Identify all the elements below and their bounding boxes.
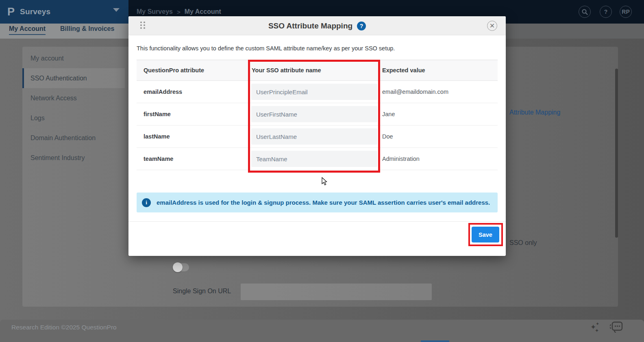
- search-icon[interactable]: [579, 6, 591, 18]
- sso-attribute-mapping-modal: SSO Attribute Mapping ? ✕ This functiona…: [128, 16, 506, 256]
- attribute-name: teamName: [137, 156, 248, 162]
- column-header-expected-value: Expected value: [380, 67, 498, 74]
- questionpro-logo: P: [7, 6, 15, 18]
- column-header-sso-attribute-name: Your SSO attribute name: [248, 67, 380, 74]
- table-row: teamName Administration: [137, 148, 498, 170]
- column-header-questionpro-attribute: QuestionPro attribute: [137, 67, 248, 74]
- expected-value: email@emaildomain.com: [380, 89, 498, 95]
- modal-description: This functionality allows you to define …: [137, 45, 395, 52]
- sso-attribute-input[interactable]: [251, 151, 377, 167]
- toggle-knob: [173, 262, 183, 272]
- sso-toggle[interactable]: [174, 263, 189, 271]
- info-banner: i emailAddress is used for the login & s…: [137, 193, 498, 212]
- modal-footer-divider: [128, 221, 506, 222]
- expected-value: Doe: [380, 133, 498, 140]
- table-header-row: QuestionPro attribute Your SSO attribute…: [137, 60, 498, 81]
- modal-help-icon[interactable]: ?: [357, 22, 366, 30]
- sidebar-item-domain-authentication[interactable]: Domain Authentication: [22, 128, 125, 148]
- tab-my-account[interactable]: My Account: [9, 25, 46, 35]
- attribute-mapping-table: QuestionPro attribute Your SSO attribute…: [137, 60, 498, 170]
- chevron-down-icon[interactable]: [113, 8, 120, 12]
- expected-value: Jane: [380, 111, 498, 117]
- bottom-widget-edge: [421, 340, 449, 342]
- attribute-name: firstName: [137, 111, 248, 117]
- info-message: emailAddress is used for the login & sig…: [157, 199, 490, 206]
- attribute-mapping-link[interactable]: Attribute Mapping: [509, 109, 560, 116]
- product-name: Surveys: [20, 7, 50, 16]
- tab-billing-invoices[interactable]: Billing & Invoices: [60, 25, 114, 32]
- sso-only-label: SSO only: [509, 239, 537, 247]
- breadcrumb-separator: >: [177, 9, 181, 15]
- sso-attribute-input[interactable]: [251, 106, 377, 122]
- sso-attribute-input[interactable]: [251, 84, 377, 100]
- avatar[interactable]: RP: [620, 6, 632, 18]
- save-button[interactable]: Save: [472, 227, 499, 242]
- sidebar-item-sentiment-industry[interactable]: Sentiment Industry: [22, 148, 125, 168]
- close-icon[interactable]: ✕: [487, 21, 497, 31]
- attribute-name: lastName: [137, 133, 248, 140]
- sidebar-item-logs[interactable]: Logs: [22, 108, 125, 128]
- sidebar-item-network-access[interactable]: Network Access: [22, 88, 125, 108]
- table-row: lastName Doe: [137, 126, 498, 148]
- sidebar-item-sso-authentication[interactable]: SSO Authentication: [22, 68, 125, 88]
- sso-attribute-input[interactable]: [251, 128, 377, 145]
- single-sign-on-url-label: Single Sign On URL: [173, 288, 231, 295]
- ai-sparkles-icon[interactable]: ✦✦✦: [590, 322, 604, 336]
- chat-support-icon[interactable]: [610, 321, 624, 335]
- sidebar-item-my-account[interactable]: My account: [22, 48, 125, 68]
- table-row: firstName Jane: [137, 103, 498, 126]
- modal-title: SSO Attribute Mapping: [268, 22, 352, 30]
- info-icon: i: [142, 198, 151, 207]
- scrollbar-thumb[interactable]: [615, 69, 618, 238]
- footer-text: Research Edition ©2025 QuestionPro: [11, 324, 117, 331]
- single-sign-on-url-input[interactable]: [241, 284, 432, 300]
- table-row: emailAddress email@emaildomain.com: [137, 81, 498, 103]
- breadcrumb-my-surveys[interactable]: My Surveys: [137, 8, 173, 15]
- attribute-name: emailAddress: [137, 89, 248, 95]
- help-icon[interactable]: ?: [600, 6, 612, 18]
- product-switcher[interactable]: P Surveys: [0, 0, 128, 24]
- breadcrumb-my-account[interactable]: My Account: [185, 8, 221, 15]
- expected-value: Administration: [380, 156, 498, 162]
